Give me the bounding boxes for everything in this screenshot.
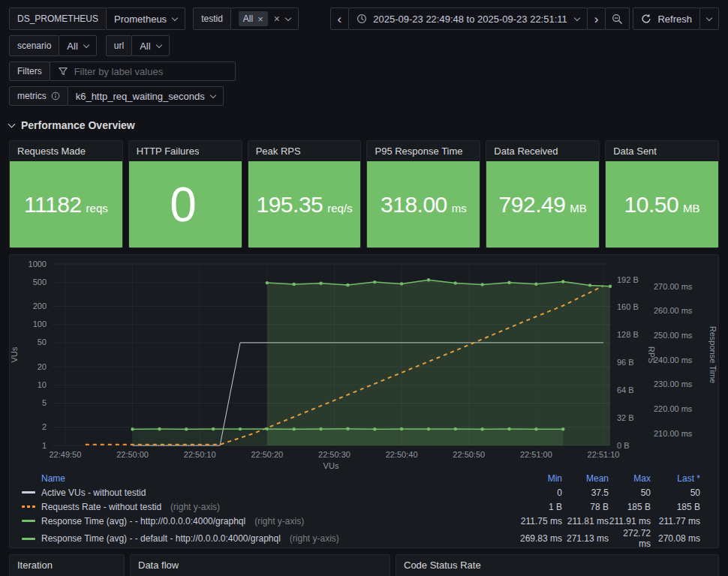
stat-value: 0 xyxy=(170,177,196,232)
zoom-out-icon xyxy=(612,14,623,25)
svg-text:270.00 ms: 270.00 ms xyxy=(654,282,693,291)
svg-text:0 B: 0 B xyxy=(617,441,630,450)
svg-text:96 B: 96 B xyxy=(617,358,634,367)
testid-select[interactable]: All × × xyxy=(230,8,299,30)
legend-header-max[interactable]: Max xyxy=(609,473,651,484)
metrics-value: k6_http_req_waiting_seconds xyxy=(76,91,205,102)
legend-series-name[interactable]: Active VUs - without testid xyxy=(22,488,508,498)
series-swatch xyxy=(22,491,35,494)
stat-value: 10.50 xyxy=(624,192,679,218)
row-performance-overview[interactable]: Performance Overview xyxy=(9,118,719,133)
timeseries-chart[interactable]: 125102050100200500100022:49:5022:50:0022… xyxy=(10,255,718,471)
panel-header[interactable]: Peak RPS xyxy=(248,141,361,161)
svg-text:22:50:00: 22:50:00 xyxy=(116,450,149,459)
scenario-select[interactable]: All xyxy=(59,35,96,56)
chevron-down-icon xyxy=(574,14,580,20)
legend-header-mean[interactable]: Mean xyxy=(562,473,609,484)
panel-header[interactable]: Data Received xyxy=(486,141,599,161)
stat-unit: ms xyxy=(452,202,467,214)
svg-text:160 B: 160 B xyxy=(617,302,639,311)
series-label: Response Time (avg) - - http://0.0.0.0:4… xyxy=(41,516,245,526)
filters-input-wrap[interactable] xyxy=(50,62,236,81)
series-swatch xyxy=(22,506,35,508)
panel-header[interactable]: Requests Made xyxy=(10,141,122,161)
clear-all-icon[interactable]: × xyxy=(274,13,280,25)
time-range-picker[interactable]: 2025-09-23 22:49:48 to 2025-09-23 22:51:… xyxy=(348,8,588,30)
legend-series-name[interactable]: Requests Rate - without testid (right y-… xyxy=(22,502,508,512)
series-suffix: (right y-axis) xyxy=(170,502,220,512)
svg-text:128 B: 128 B xyxy=(617,330,639,339)
metrics-select[interactable]: k6_http_req_waiting_seconds xyxy=(68,86,224,106)
info-icon xyxy=(51,92,60,100)
stat-body: 792.49MB xyxy=(486,161,599,248)
svg-text:260.00 ms: 260.00 ms xyxy=(654,306,693,315)
svg-text:500: 500 xyxy=(33,278,47,286)
panel-title: Data Received xyxy=(494,146,558,157)
panel-title: Iteration xyxy=(17,560,53,571)
testid-label: testid xyxy=(193,8,231,30)
stat-body: 195.35req/s xyxy=(248,161,361,248)
panel-title: Data Sent xyxy=(613,146,657,157)
panel-title: Peak RPS xyxy=(256,146,301,157)
legend-header-last[interactable]: Last * xyxy=(651,473,700,484)
stat-unit: reqs xyxy=(86,202,108,214)
time-shift-back-button[interactable]: ‹ xyxy=(330,8,350,30)
filters-control: Filters xyxy=(9,62,236,81)
chevron-down-icon xyxy=(155,41,161,47)
panel-header[interactable]: Code Status Rate xyxy=(396,555,718,575)
filters-input[interactable] xyxy=(74,66,217,77)
zoom-out-button[interactable] xyxy=(605,8,630,30)
svg-text:VUs: VUs xyxy=(10,346,19,362)
series-suffix: (right y-axis) xyxy=(254,516,304,526)
chip-remove-icon[interactable]: × xyxy=(257,14,263,25)
stat-value: 318.00 xyxy=(381,192,447,218)
legend-max: 50 xyxy=(609,488,651,498)
timeseries-plot[interactable]: 125102050100200500100022:49:5022:50:0022… xyxy=(10,255,718,471)
panel-timeseries: 125102050100200500100022:49:5022:50:0022… xyxy=(9,254,719,548)
metrics-label-text: metrics xyxy=(17,91,47,101)
chevron-down-icon xyxy=(706,14,712,20)
legend-max: 211.91 ms xyxy=(609,516,651,526)
legend-mean: 78 B xyxy=(562,502,609,512)
panel-title: P95 Response Time xyxy=(375,146,462,157)
refresh-button[interactable]: Refresh xyxy=(633,8,700,30)
panel-header[interactable]: P95 Response Time xyxy=(367,141,480,161)
panel-header[interactable]: Iteration xyxy=(10,555,124,575)
legend-min: 0 xyxy=(508,488,562,498)
panel-code-status-rate: Code Status Rate xyxy=(396,554,719,576)
panel-title: Data flow xyxy=(138,560,179,571)
chevron-down-icon xyxy=(83,41,89,47)
chevron-down-icon xyxy=(172,14,178,20)
svg-text:220.00 ms: 220.00 ms xyxy=(654,404,693,413)
url-variable: url All xyxy=(106,35,170,56)
legend-header-min[interactable]: Min xyxy=(508,473,562,484)
scenario-label-text: scenario xyxy=(17,40,51,51)
legend-header-name[interactable]: Name xyxy=(22,473,508,484)
stat-value: 11182 xyxy=(24,192,81,218)
svg-text:50: 50 xyxy=(38,338,47,346)
scenario-label: scenario xyxy=(9,35,59,56)
scenario-variable: scenario All xyxy=(9,35,97,56)
stat-value: 195.35 xyxy=(257,192,323,218)
stat-unit: MB xyxy=(683,202,700,214)
svg-text:230.00 ms: 230.00 ms xyxy=(654,380,693,388)
legend-mean: 211.81 ms xyxy=(562,516,609,526)
panel-header[interactable]: Data Sent xyxy=(606,141,718,161)
time-range-text: 2025-09-23 22:49:48 to 2025-09-23 22:51:… xyxy=(373,14,567,25)
filters-label: Filters xyxy=(9,62,50,81)
url-label-text: url xyxy=(114,40,124,51)
testid-chip[interactable]: All × xyxy=(239,11,268,26)
time-shift-forward-button[interactable]: › xyxy=(587,8,606,30)
legend-series-name[interactable]: Response Time (avg) - - http://0.0.0.0:4… xyxy=(22,516,508,526)
legend-series-name[interactable]: Response Time (avg) - - default - http:/… xyxy=(22,533,508,544)
panel-data-sent: Data Sent 10.50MB xyxy=(605,140,719,248)
panel-header[interactable]: Data flow xyxy=(131,555,390,575)
svg-text:22:50:20: 22:50:20 xyxy=(251,450,283,459)
svg-text:100: 100 xyxy=(33,320,47,328)
svg-text:10: 10 xyxy=(38,380,47,389)
datasource-select[interactable]: Prometheus xyxy=(106,8,185,30)
url-select[interactable]: All xyxy=(131,35,169,56)
panel-header[interactable]: HTTP Failures xyxy=(129,141,242,161)
svg-text:Response Time: Response Time xyxy=(708,326,717,383)
refresh-interval-dropdown[interactable] xyxy=(699,8,719,30)
